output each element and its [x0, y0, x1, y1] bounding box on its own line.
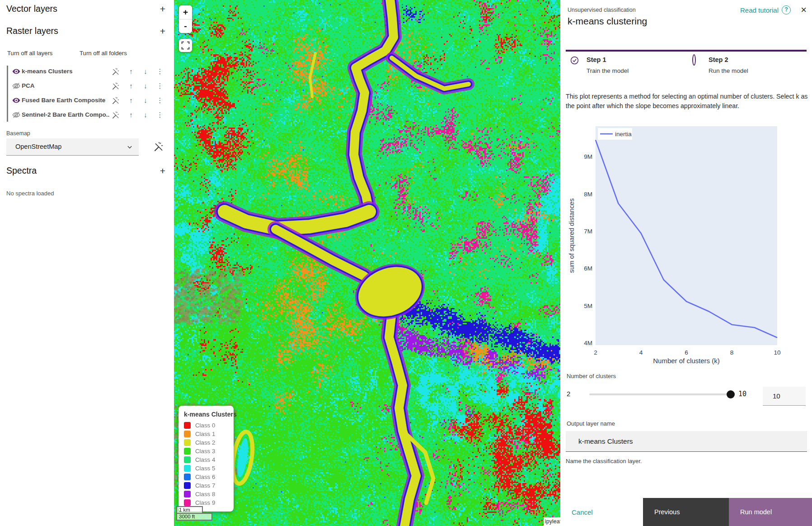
basemap-value: OpenStreetMap [15, 143, 61, 150]
move-layer-down-icon[interactable]: ↓ [141, 82, 150, 91]
zoom-in-button[interactable]: + [179, 5, 192, 19]
step-active-radio-icon [692, 56, 701, 65]
divider [566, 50, 807, 52]
svg-text:4: 4 [639, 349, 643, 356]
slider-min-label: 2 [567, 390, 570, 398]
class-swatch [184, 499, 191, 506]
styling-wand-icon[interactable] [111, 96, 120, 105]
clusters-value-input[interactable] [763, 387, 806, 406]
class-swatch [184, 422, 191, 429]
scale-ft: 3000 ft [176, 513, 212, 521]
layer-row-pca[interactable]: PCA ↑ ↓ ⋮ [0, 79, 174, 93]
spectra-empty-note: No spectra loaded [6, 190, 54, 197]
legend-item: Class 8 [184, 490, 229, 498]
add-vector-layer-button[interactable]: + [158, 4, 168, 14]
layer-row-sentinel[interactable]: Sentinel-2 Bare Earth Compo... ↑ ↓ ⋮ [0, 108, 174, 122]
class-swatch [184, 465, 191, 472]
class-swatch [184, 439, 191, 446]
legend-item: Class 3 [184, 447, 229, 455]
svg-text:8: 8 [730, 349, 734, 356]
move-layer-up-icon[interactable]: ↑ [127, 111, 136, 120]
read-tutorial-link[interactable]: Read tutorial ? [740, 5, 791, 14]
kmeans-clustering-panel: Unsupervised classification Read tutoria… [560, 0, 812, 526]
visibility-eye-off-icon[interactable] [12, 110, 21, 119]
legend-item: Class 6 [184, 473, 229, 481]
help-circle-icon: ? [782, 5, 791, 14]
raster-layers-title: Raster layers [6, 26, 58, 36]
legend-item: Class 1 [184, 430, 229, 438]
class-swatch [184, 491, 191, 498]
svg-text:6: 6 [685, 349, 688, 356]
chevron-down-icon [125, 142, 134, 152]
legend-item: Class 4 [184, 455, 229, 464]
map-scalebar: 1 km 3000 ft [176, 506, 212, 521]
visibility-eye-icon[interactable] [12, 67, 21, 76]
turn-off-all-folders-link[interactable]: Turn off all folders [80, 50, 127, 57]
add-spectra-button[interactable]: + [158, 166, 168, 176]
basemap-styling-wand-off-icon[interactable] [153, 141, 164, 153]
layer-menu-icon[interactable]: ⋮ [155, 111, 164, 120]
raster-layer-list: k-means Clusters ↑ ↓ ⋮ PCA ↑ ↓ ⋮ [0, 64, 174, 122]
layer-row-fused[interactable]: Fused Bare Earth Composite ↑ ↓ ⋮ [0, 93, 174, 108]
visibility-eye-off-icon[interactable] [12, 81, 21, 90]
spectra-title: Spectra [6, 166, 37, 176]
clusters-label: Number of clusters [567, 373, 616, 379]
legend-item: Class 5 [184, 464, 229, 473]
layer-menu-icon[interactable]: ⋮ [155, 96, 164, 105]
class-swatch [184, 474, 191, 480]
app-window: Vector layers + Raster layers + Turn off… [0, 0, 812, 526]
styling-wand-icon[interactable] [111, 111, 120, 120]
step-done-check-icon [570, 56, 579, 65]
map-legend: k-means Clusters Class 0 Class 1 Class 2… [178, 406, 234, 512]
class-swatch [184, 448, 191, 455]
move-layer-down-icon[interactable]: ↓ [141, 96, 150, 105]
legend-item: Class 7 [184, 481, 229, 490]
slider-track[interactable] [589, 393, 734, 395]
panel-title: k-means clustering [568, 16, 647, 27]
run-model-button[interactable]: Run model [729, 498, 812, 526]
move-layer-down-icon[interactable]: ↓ [141, 111, 150, 120]
layer-name: k-means Clusters [22, 68, 73, 75]
turn-off-all-layers-link[interactable]: Turn off all layers [7, 50, 52, 57]
legend-item: Class 0 [184, 421, 229, 430]
styling-wand-icon[interactable] [111, 67, 120, 76]
layer-menu-icon[interactable]: ⋮ [155, 82, 164, 91]
map-area: + - k-means Clusters Class 0 Class 1 Cla… [174, 0, 560, 526]
move-layer-up-icon[interactable]: ↑ [127, 96, 136, 105]
svg-text:sum of squared distances: sum of squared distances [568, 198, 575, 273]
panel-kicker: Unsupervised classification [568, 7, 636, 13]
previous-button[interactable]: Previous [643, 498, 729, 526]
map-zoom-control: + - [179, 5, 192, 33]
move-layer-up-icon[interactable]: ↑ [127, 67, 136, 76]
move-layer-up-icon[interactable]: ↑ [127, 82, 136, 91]
class-swatch [184, 482, 191, 489]
move-layer-down-icon[interactable]: ↓ [141, 67, 150, 76]
layers-sidebar: Vector layers + Raster layers + Turn off… [0, 0, 174, 526]
clusters-slider: 2 10 [560, 385, 812, 408]
plot-description: This plot represents a method for select… [566, 92, 808, 111]
slider-handle[interactable] [727, 390, 735, 398]
close-icon[interactable]: × [801, 4, 807, 16]
legend-item: Class 2 [184, 438, 229, 447]
svg-text:10: 10 [774, 349, 780, 356]
class-swatch [184, 431, 191, 437]
visibility-eye-icon[interactable] [12, 96, 21, 105]
output-layer-name-input[interactable] [566, 431, 807, 452]
svg-text:6M: 6M [584, 265, 592, 272]
svg-text:5M: 5M [584, 303, 592, 309]
layer-menu-icon[interactable]: ⋮ [155, 67, 164, 76]
fullscreen-button[interactable] [179, 39, 192, 52]
class-swatch [184, 456, 191, 463]
basemap-select[interactable]: OpenStreetMap [6, 138, 139, 156]
svg-text:9M: 9M [584, 153, 592, 160]
add-raster-layer-button[interactable]: + [158, 26, 168, 36]
map-legend-title: k-means Clusters [184, 411, 229, 418]
styling-wand-icon[interactable] [111, 82, 120, 91]
output-layer-helper: Name the classification layer. [566, 458, 642, 464]
output-layer-label: Output layer name [567, 420, 615, 427]
zoom-out-button[interactable]: - [179, 19, 192, 33]
cancel-button[interactable]: Cancel [572, 508, 593, 516]
map-attribution: ipyleaflet [544, 517, 560, 526]
layer-name: Sentinel-2 Bare Earth Compo... [22, 111, 110, 118]
layer-row-kmeans[interactable]: k-means Clusters ↑ ↓ ⋮ [0, 64, 174, 79]
